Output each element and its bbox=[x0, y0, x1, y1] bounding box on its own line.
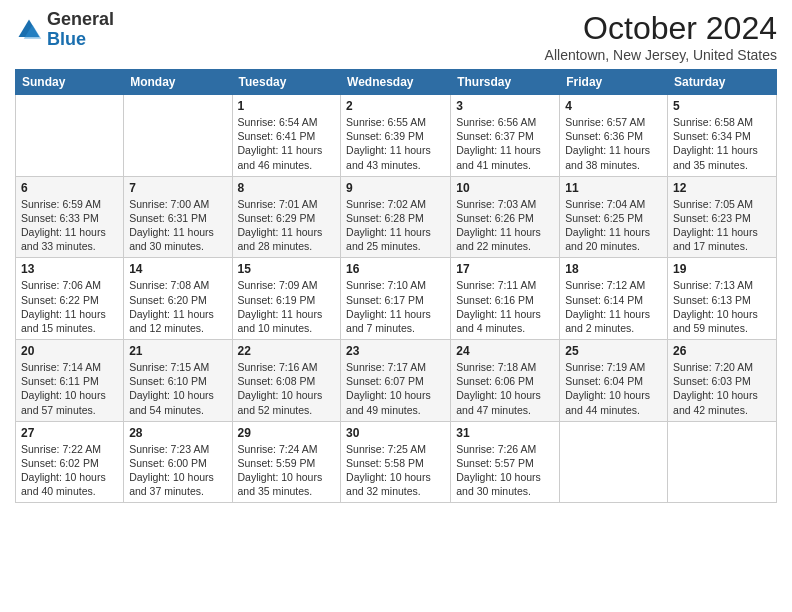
calendar-cell bbox=[668, 421, 777, 503]
weekday-header-wednesday: Wednesday bbox=[341, 70, 451, 95]
calendar-week-5: 27Sunrise: 7:22 AM Sunset: 6:02 PM Dayli… bbox=[16, 421, 777, 503]
title-block: October 2024 Allentown, New Jersey, Unit… bbox=[545, 10, 777, 63]
day-info: Sunrise: 7:02 AM Sunset: 6:28 PM Dayligh… bbox=[346, 197, 445, 254]
weekday-header-row: SundayMondayTuesdayWednesdayThursdayFrid… bbox=[16, 70, 777, 95]
day-number: 12 bbox=[673, 181, 771, 195]
day-number: 7 bbox=[129, 181, 226, 195]
day-number: 27 bbox=[21, 426, 118, 440]
day-number: 14 bbox=[129, 262, 226, 276]
calendar-week-2: 6Sunrise: 6:59 AM Sunset: 6:33 PM Daylig… bbox=[16, 176, 777, 258]
day-number: 3 bbox=[456, 99, 554, 113]
day-number: 24 bbox=[456, 344, 554, 358]
day-info: Sunrise: 6:56 AM Sunset: 6:37 PM Dayligh… bbox=[456, 115, 554, 172]
calendar-cell: 30Sunrise: 7:25 AM Sunset: 5:58 PM Dayli… bbox=[341, 421, 451, 503]
day-info: Sunrise: 7:05 AM Sunset: 6:23 PM Dayligh… bbox=[673, 197, 771, 254]
day-info: Sunrise: 6:55 AM Sunset: 6:39 PM Dayligh… bbox=[346, 115, 445, 172]
day-info: Sunrise: 7:24 AM Sunset: 5:59 PM Dayligh… bbox=[238, 442, 336, 499]
calendar-cell: 16Sunrise: 7:10 AM Sunset: 6:17 PM Dayli… bbox=[341, 258, 451, 340]
calendar-cell bbox=[560, 421, 668, 503]
day-number: 2 bbox=[346, 99, 445, 113]
weekday-header-monday: Monday bbox=[124, 70, 232, 95]
calendar-cell: 31Sunrise: 7:26 AM Sunset: 5:57 PM Dayli… bbox=[451, 421, 560, 503]
calendar-cell: 8Sunrise: 7:01 AM Sunset: 6:29 PM Daylig… bbox=[232, 176, 341, 258]
day-info: Sunrise: 7:00 AM Sunset: 6:31 PM Dayligh… bbox=[129, 197, 226, 254]
day-number: 15 bbox=[238, 262, 336, 276]
logo-icon bbox=[15, 16, 43, 44]
day-info: Sunrise: 7:22 AM Sunset: 6:02 PM Dayligh… bbox=[21, 442, 118, 499]
calendar-cell: 2Sunrise: 6:55 AM Sunset: 6:39 PM Daylig… bbox=[341, 95, 451, 177]
calendar-cell: 10Sunrise: 7:03 AM Sunset: 6:26 PM Dayli… bbox=[451, 176, 560, 258]
day-number: 8 bbox=[238, 181, 336, 195]
calendar-cell: 4Sunrise: 6:57 AM Sunset: 6:36 PM Daylig… bbox=[560, 95, 668, 177]
day-number: 25 bbox=[565, 344, 662, 358]
weekday-header-thursday: Thursday bbox=[451, 70, 560, 95]
day-info: Sunrise: 7:16 AM Sunset: 6:08 PM Dayligh… bbox=[238, 360, 336, 417]
weekday-header-tuesday: Tuesday bbox=[232, 70, 341, 95]
calendar-cell: 22Sunrise: 7:16 AM Sunset: 6:08 PM Dayli… bbox=[232, 340, 341, 422]
calendar-cell: 21Sunrise: 7:15 AM Sunset: 6:10 PM Dayli… bbox=[124, 340, 232, 422]
calendar-cell: 15Sunrise: 7:09 AM Sunset: 6:19 PM Dayli… bbox=[232, 258, 341, 340]
day-number: 17 bbox=[456, 262, 554, 276]
day-info: Sunrise: 6:59 AM Sunset: 6:33 PM Dayligh… bbox=[21, 197, 118, 254]
weekday-header-saturday: Saturday bbox=[668, 70, 777, 95]
day-info: Sunrise: 7:04 AM Sunset: 6:25 PM Dayligh… bbox=[565, 197, 662, 254]
calendar-cell: 17Sunrise: 7:11 AM Sunset: 6:16 PM Dayli… bbox=[451, 258, 560, 340]
calendar-table: SundayMondayTuesdayWednesdayThursdayFrid… bbox=[15, 69, 777, 503]
day-info: Sunrise: 7:17 AM Sunset: 6:07 PM Dayligh… bbox=[346, 360, 445, 417]
calendar-cell: 14Sunrise: 7:08 AM Sunset: 6:20 PM Dayli… bbox=[124, 258, 232, 340]
calendar-cell: 29Sunrise: 7:24 AM Sunset: 5:59 PM Dayli… bbox=[232, 421, 341, 503]
day-number: 18 bbox=[565, 262, 662, 276]
calendar-cell: 1Sunrise: 6:54 AM Sunset: 6:41 PM Daylig… bbox=[232, 95, 341, 177]
calendar-cell: 13Sunrise: 7:06 AM Sunset: 6:22 PM Dayli… bbox=[16, 258, 124, 340]
weekday-header-friday: Friday bbox=[560, 70, 668, 95]
day-number: 13 bbox=[21, 262, 118, 276]
day-info: Sunrise: 7:25 AM Sunset: 5:58 PM Dayligh… bbox=[346, 442, 445, 499]
day-info: Sunrise: 7:01 AM Sunset: 6:29 PM Dayligh… bbox=[238, 197, 336, 254]
day-info: Sunrise: 7:23 AM Sunset: 6:00 PM Dayligh… bbox=[129, 442, 226, 499]
day-number: 6 bbox=[21, 181, 118, 195]
day-number: 28 bbox=[129, 426, 226, 440]
day-info: Sunrise: 7:18 AM Sunset: 6:06 PM Dayligh… bbox=[456, 360, 554, 417]
day-number: 9 bbox=[346, 181, 445, 195]
calendar-cell: 26Sunrise: 7:20 AM Sunset: 6:03 PM Dayli… bbox=[668, 340, 777, 422]
day-number: 29 bbox=[238, 426, 336, 440]
month-title: October 2024 bbox=[545, 10, 777, 47]
calendar-cell: 12Sunrise: 7:05 AM Sunset: 6:23 PM Dayli… bbox=[668, 176, 777, 258]
day-number: 16 bbox=[346, 262, 445, 276]
day-number: 30 bbox=[346, 426, 445, 440]
day-info: Sunrise: 7:10 AM Sunset: 6:17 PM Dayligh… bbox=[346, 278, 445, 335]
day-number: 4 bbox=[565, 99, 662, 113]
weekday-header-sunday: Sunday bbox=[16, 70, 124, 95]
calendar-week-3: 13Sunrise: 7:06 AM Sunset: 6:22 PM Dayli… bbox=[16, 258, 777, 340]
calendar-week-1: 1Sunrise: 6:54 AM Sunset: 6:41 PM Daylig… bbox=[16, 95, 777, 177]
day-info: Sunrise: 7:12 AM Sunset: 6:14 PM Dayligh… bbox=[565, 278, 662, 335]
calendar-cell: 5Sunrise: 6:58 AM Sunset: 6:34 PM Daylig… bbox=[668, 95, 777, 177]
day-number: 19 bbox=[673, 262, 771, 276]
calendar-cell: 24Sunrise: 7:18 AM Sunset: 6:06 PM Dayli… bbox=[451, 340, 560, 422]
calendar-cell: 25Sunrise: 7:19 AM Sunset: 6:04 PM Dayli… bbox=[560, 340, 668, 422]
day-info: Sunrise: 7:19 AM Sunset: 6:04 PM Dayligh… bbox=[565, 360, 662, 417]
calendar-cell: 18Sunrise: 7:12 AM Sunset: 6:14 PM Dayli… bbox=[560, 258, 668, 340]
page: General Blue October 2024 Allentown, New… bbox=[0, 0, 792, 612]
day-info: Sunrise: 7:06 AM Sunset: 6:22 PM Dayligh… bbox=[21, 278, 118, 335]
day-number: 5 bbox=[673, 99, 771, 113]
calendar-cell: 3Sunrise: 6:56 AM Sunset: 6:37 PM Daylig… bbox=[451, 95, 560, 177]
logo-blue-text: Blue bbox=[47, 29, 86, 49]
calendar-cell: 7Sunrise: 7:00 AM Sunset: 6:31 PM Daylig… bbox=[124, 176, 232, 258]
day-info: Sunrise: 6:58 AM Sunset: 6:34 PM Dayligh… bbox=[673, 115, 771, 172]
location: Allentown, New Jersey, United States bbox=[545, 47, 777, 63]
day-info: Sunrise: 7:26 AM Sunset: 5:57 PM Dayligh… bbox=[456, 442, 554, 499]
calendar-cell bbox=[16, 95, 124, 177]
day-info: Sunrise: 7:20 AM Sunset: 6:03 PM Dayligh… bbox=[673, 360, 771, 417]
day-number: 1 bbox=[238, 99, 336, 113]
day-info: Sunrise: 7:08 AM Sunset: 6:20 PM Dayligh… bbox=[129, 278, 226, 335]
day-info: Sunrise: 7:15 AM Sunset: 6:10 PM Dayligh… bbox=[129, 360, 226, 417]
day-number: 31 bbox=[456, 426, 554, 440]
day-info: Sunrise: 7:11 AM Sunset: 6:16 PM Dayligh… bbox=[456, 278, 554, 335]
calendar-cell: 27Sunrise: 7:22 AM Sunset: 6:02 PM Dayli… bbox=[16, 421, 124, 503]
day-info: Sunrise: 7:14 AM Sunset: 6:11 PM Dayligh… bbox=[21, 360, 118, 417]
header: General Blue October 2024 Allentown, New… bbox=[15, 10, 777, 63]
day-number: 23 bbox=[346, 344, 445, 358]
logo-general-text: General bbox=[47, 9, 114, 29]
calendar-cell: 6Sunrise: 6:59 AM Sunset: 6:33 PM Daylig… bbox=[16, 176, 124, 258]
